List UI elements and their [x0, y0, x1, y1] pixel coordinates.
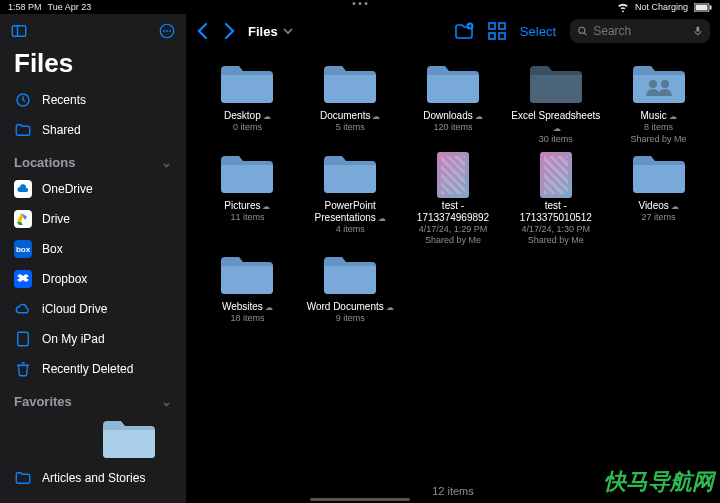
folder-icon — [425, 62, 481, 108]
sidebar-item-label: Articles and Stories — [42, 471, 145, 485]
home-indicator[interactable] — [310, 498, 410, 501]
drive-icon — [14, 210, 32, 228]
dragged-folder-icon[interactable] — [100, 417, 186, 463]
forward-icon[interactable] — [222, 22, 236, 40]
item-name: Websites☁︎ — [222, 301, 273, 313]
grid-item[interactable]: Downloads☁︎120 items — [404, 62, 503, 146]
item-meta: 9 items — [336, 313, 365, 325]
folder-icon — [219, 253, 275, 299]
sidebar-toggle-icon[interactable] — [10, 22, 28, 40]
item-meta: 120 items — [433, 122, 472, 134]
sidebar-item-shared[interactable]: Shared — [0, 115, 186, 145]
item-meta: 5 items — [336, 122, 365, 134]
cloud-badge-icon: ☁︎ — [669, 112, 677, 121]
svg-rect-16 — [499, 33, 505, 39]
file-grid: Desktop☁︎0 itemsDocuments☁︎5 itemsDownlo… — [186, 48, 720, 479]
cloud-badge-icon: ☁︎ — [372, 112, 380, 121]
item-meta: 0 items — [233, 122, 262, 134]
svg-rect-14 — [499, 23, 505, 29]
new-folder-icon[interactable] — [454, 22, 474, 40]
sidebar-item-label: OneDrive — [42, 182, 93, 196]
item-meta2: Shared by Me — [631, 134, 687, 146]
cloud-badge-icon: ☁︎ — [262, 202, 270, 211]
item-meta: 8 items — [644, 122, 673, 134]
cloud-badge-icon: ☁︎ — [378, 214, 386, 223]
sidebar-item-articles[interactable]: Articles and Stories — [0, 463, 186, 493]
svg-rect-3 — [12, 26, 26, 37]
svg-point-19 — [649, 80, 657, 88]
item-name: Documents☁︎ — [320, 110, 381, 122]
grid-item[interactable]: PowerPoint Presentations☁︎4 items — [301, 152, 400, 247]
item-name: Desktop☁︎ — [224, 110, 271, 122]
sidebar-item-drive[interactable]: Drive — [0, 204, 186, 234]
breadcrumb[interactable]: Files — [248, 24, 294, 39]
sidebar-item-label: Dropbox — [42, 272, 87, 286]
grid-view-icon[interactable] — [488, 22, 506, 40]
section-header-locations[interactable]: Locations ⌄ — [0, 145, 186, 174]
search-input[interactable] — [593, 24, 688, 38]
grid-item[interactable]: Videos☁︎27 items — [609, 152, 708, 247]
item-meta: 4/17/24, 1:30 PM — [522, 224, 591, 236]
cloud-badge-icon: ☁︎ — [671, 202, 679, 211]
search-icon — [578, 25, 587, 37]
grid-item[interactable]: Word Documents☁︎9 items — [301, 253, 400, 325]
trash-icon — [14, 360, 32, 378]
box-icon: box — [14, 240, 32, 258]
sidebar-item-icloud[interactable]: iCloud Drive — [0, 294, 186, 324]
search-field[interactable] — [570, 19, 710, 43]
folder-icon — [631, 62, 687, 108]
grid-item[interactable]: Pictures☁︎11 items — [198, 152, 297, 247]
sidebar-item-onedrive[interactable]: OneDrive — [0, 174, 186, 204]
grid-item[interactable]: test - 17133750105124/17/24, 1:30 PMShar… — [506, 152, 605, 247]
mic-icon[interactable] — [694, 24, 702, 38]
item-name: PowerPoint Presentations☁︎ — [305, 200, 395, 224]
grid-item[interactable]: test - 17133749698924/17/24, 1:29 PMShar… — [404, 152, 503, 247]
sidebar-item-ipad[interactable]: On My iPad — [0, 324, 186, 354]
sidebar-item-box[interactable]: boxBox — [0, 234, 186, 264]
item-meta: 27 items — [642, 212, 676, 224]
wifi-icon — [617, 2, 629, 12]
status-date: Tue Apr 23 — [48, 2, 92, 12]
item-meta: 11 items — [230, 212, 264, 224]
multitask-dots[interactable] — [353, 2, 368, 5]
grid-item[interactable]: Documents☁︎5 items — [301, 62, 400, 146]
sidebar-item-trash[interactable]: Recently Deleted — [0, 354, 186, 384]
chevron-down-icon: ⌄ — [161, 394, 172, 409]
grid-item[interactable]: Desktop☁︎0 items — [198, 62, 297, 146]
battery-icon — [694, 3, 712, 12]
folder-icon — [219, 152, 275, 198]
svg-rect-10 — [18, 332, 29, 346]
section-header-shared[interactable]: Shared ⌄ — [0, 493, 186, 503]
sidebar-item-recents[interactable]: Recents — [0, 85, 186, 115]
folder-icon — [219, 62, 275, 108]
grid-item[interactable]: Excel Spreadsheets☁︎30 items — [506, 62, 605, 146]
grid-item[interactable]: Music☁︎8 itemsShared by Me — [609, 62, 708, 146]
item-meta2: Shared by Me — [528, 235, 584, 247]
ipad-icon — [14, 330, 32, 348]
svg-rect-1 — [696, 4, 708, 10]
status-bar: 1:58 PM Tue Apr 23 Not Charging — [0, 0, 720, 14]
section-header-favorites[interactable]: Favorites ⌄ — [0, 384, 186, 413]
item-name: Pictures☁︎ — [224, 200, 270, 212]
svg-point-6 — [163, 30, 165, 32]
item-name: Excel Spreadsheets☁︎ — [511, 110, 601, 134]
item-meta: 30 items — [539, 134, 573, 146]
item-name: Videos☁︎ — [638, 200, 678, 212]
item-meta: 18 items — [230, 313, 264, 325]
item-name: Downloads☁︎ — [423, 110, 482, 122]
back-icon[interactable] — [196, 22, 210, 40]
sidebar-item-label: Recents — [42, 93, 86, 107]
select-button[interactable]: Select — [520, 24, 556, 39]
more-icon[interactable] — [158, 22, 176, 40]
chevron-down-icon: ⌄ — [161, 155, 172, 170]
item-name: test - 1713374969892 — [408, 200, 498, 224]
folder-icon — [14, 469, 32, 487]
onedrive-icon — [14, 180, 32, 198]
item-meta: 4/17/24, 1:29 PM — [419, 224, 488, 236]
sidebar-item-dropbox[interactable]: Dropbox — [0, 264, 186, 294]
svg-rect-2 — [710, 5, 712, 9]
svg-point-20 — [661, 80, 669, 88]
svg-point-17 — [579, 27, 585, 33]
cloud-badge-icon: ☁︎ — [263, 112, 271, 121]
grid-item[interactable]: Websites☁︎18 items — [198, 253, 297, 325]
